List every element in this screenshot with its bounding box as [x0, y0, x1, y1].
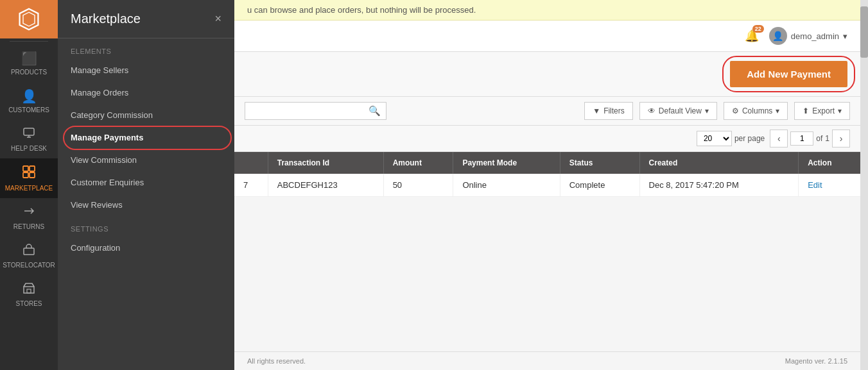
page-of-label: of — [816, 134, 822, 143]
default-view-label: Default View — [659, 106, 702, 115]
page-nav: ‹ of 1 › — [770, 130, 850, 147]
filters-button[interactable]: ▼ Filters — [584, 102, 633, 120]
copyright: All rights reserved. — [247, 357, 306, 365]
columns-chevron-icon: ▾ — [776, 106, 779, 115]
next-page-button[interactable]: › — [832, 130, 850, 147]
gear-icon: ⚙ — [732, 106, 739, 115]
flyout-item-customer-enquiries[interactable]: Customer Enquiries — [58, 171, 234, 194]
svg-marker-1 — [23, 12, 35, 26]
flyout-panel: Marketplace × Elements Manage Sellers Ma… — [58, 0, 234, 370]
flyout-section-settings: Settings — [58, 216, 234, 237]
col-action: Action — [799, 152, 860, 174]
col-payment-mode: Payment Mode — [453, 152, 560, 174]
row-created: Dec 8, 2017 5:47:20 PM — [639, 174, 799, 197]
flyout-item-manage-orders[interactable]: Manage Orders — [58, 81, 234, 104]
flyout-item-view-reviews[interactable]: View Reviews — [58, 194, 234, 216]
scrollbar-track[interactable] — [860, 0, 868, 370]
search-icon: 🔍 — [369, 105, 381, 117]
row-status: Complete — [560, 174, 639, 197]
flyout-item-manage-payments[interactable]: Manage Payments — [58, 126, 234, 149]
sidebar-item-marketplace[interactable]: MARKETPLACE — [0, 158, 58, 198]
svg-rect-9 — [27, 289, 31, 293]
sidebar-item-label: STORELOCATOR — [3, 262, 55, 269]
svg-rect-4 — [30, 166, 35, 171]
sidebar-item-label: PRODUCTS — [11, 69, 47, 76]
flyout-item-view-commission[interactable]: View Commission — [58, 149, 234, 171]
sidebar-item-customers[interactable]: 👤 CUSTOMERS — [0, 82, 58, 120]
add-new-payment-button[interactable]: Add New Payment — [730, 61, 847, 87]
user-avatar: 👤 — [769, 27, 787, 45]
col-amount: Amount — [383, 152, 453, 174]
user-dropdown-arrow: ▾ — [843, 31, 847, 41]
logo — [0, 0, 58, 38]
sidebar-item-helpdesk[interactable]: HELP DESK — [0, 120, 58, 158]
helpdesk-icon — [22, 126, 35, 142]
svg-rect-6 — [30, 172, 35, 178]
default-view-button[interactable]: 👁 Default View ▾ — [639, 102, 717, 120]
row-transaction-id: ABCDEFGH123 — [268, 174, 383, 197]
payments-table: Transaction Id Amount Payment Mode Statu… — [234, 152, 860, 197]
footer: All rights reserved. Magento ver. 2.1.15 — [234, 351, 860, 370]
search-box: 🔍 — [245, 102, 386, 120]
row-payment-mode: Online — [453, 174, 560, 197]
storelocator-icon — [22, 243, 35, 259]
prev-page-button[interactable]: ‹ — [770, 130, 788, 147]
sidebar-item-label: CUSTOMERS — [8, 106, 49, 114]
sidebar-item-returns[interactable]: RETURNS — [0, 198, 58, 237]
col-status: Status — [560, 152, 639, 174]
eye-icon: 👁 — [648, 106, 655, 115]
sidebar-item-label: RETURNS — [13, 223, 44, 230]
per-page-dropdown[interactable]: 20 50 100 — [697, 131, 732, 146]
flyout-item-category-commission[interactable]: Category Commission — [58, 104, 234, 126]
search-input[interactable] — [250, 106, 366, 116]
top-header: 🔔 22 👤 demo_admin ▾ — [234, 21, 860, 52]
sidebar-item-label: HELP DESK — [11, 145, 47, 152]
page-number-input[interactable] — [790, 131, 813, 146]
flyout-item-configuration[interactable]: Configuration — [58, 237, 234, 259]
sidebar-divider — [10, 41, 48, 42]
svg-rect-5 — [23, 172, 28, 178]
sidebar-item-label: STORES — [16, 300, 42, 307]
row-action: Edit — [799, 174, 860, 197]
export-label: Export — [812, 106, 835, 115]
edit-link[interactable]: Edit — [808, 180, 822, 190]
columns-label: Columns — [742, 106, 772, 115]
chevron-down-icon: ▾ — [705, 106, 709, 115]
page-header: Add New Payment — [234, 52, 860, 97]
user-name: demo_admin — [791, 31, 839, 41]
sidebar-item-label: MARKETPLACE — [5, 185, 53, 192]
col-num — [234, 152, 268, 174]
toolbar-right: ▼ Filters 👁 Default View ▾ ⚙ Columns ▾ ⬆… — [584, 102, 850, 120]
notification-bell[interactable]: 🔔 22 — [745, 29, 759, 43]
user-menu[interactable]: 👤 demo_admin ▾ — [769, 27, 847, 45]
table-row: 7 ABCDEFGH123 50 Online Complete Dec 8, … — [234, 174, 860, 197]
export-button[interactable]: ⬆ Export ▾ — [794, 102, 850, 120]
sidebar-item-stores[interactable]: STORES — [0, 275, 58, 314]
flyout-item-manage-sellers[interactable]: Manage Sellers — [58, 59, 234, 81]
per-page-select: 20 50 100 per page — [697, 131, 765, 146]
marketplace-icon — [22, 165, 36, 182]
filter-icon: ▼ — [593, 106, 600, 115]
filters-label: Filters — [603, 106, 625, 115]
stores-icon — [22, 282, 35, 298]
sidebar-item-products[interactable]: ⬛ PRODUCTS — [0, 44, 58, 82]
columns-button[interactable]: ⚙ Columns ▾ — [724, 102, 788, 120]
scrollbar-thumb[interactable] — [860, 6, 868, 58]
toolbar: 🔍 ▼ Filters 👁 Default View ▾ ⚙ Columns ▾… — [234, 97, 860, 126]
toolbar-left: 🔍 — [245, 102, 386, 120]
sidebar: ⬛ PRODUCTS 👤 CUSTOMERS HELP DESK MARKETP… — [0, 0, 58, 370]
flyout-title: Marketplace — [71, 12, 141, 26]
sidebar-item-storelocator[interactable]: STORELOCATOR — [0, 237, 58, 275]
notice-bar: u can browse and place orders, but nothi… — [234, 0, 860, 21]
col-created: Created — [639, 152, 799, 174]
flyout-header: Marketplace × — [58, 0, 234, 38]
products-icon: ⬛ — [21, 51, 37, 66]
total-pages: 1 — [825, 134, 829, 143]
export-icon: ⬆ — [803, 106, 809, 115]
flyout-close-button[interactable]: × — [214, 12, 221, 26]
per-page-label: per page — [734, 134, 765, 143]
row-num: 7 — [234, 174, 268, 197]
returns-icon — [22, 205, 35, 221]
table-container: Transaction Id Amount Payment Mode Statu… — [234, 152, 860, 351]
row-amount: 50 — [383, 174, 453, 197]
